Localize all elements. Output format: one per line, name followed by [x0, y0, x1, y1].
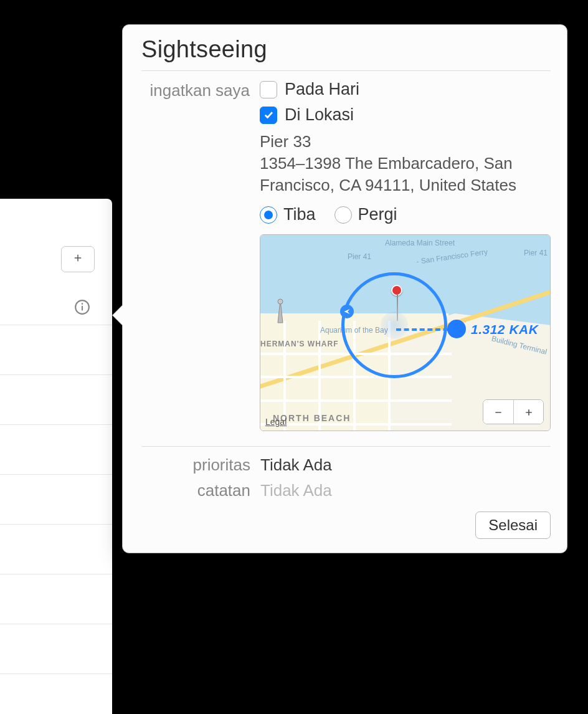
done-button[interactable]: Selesai — [475, 512, 551, 539]
list-item[interactable] — [0, 574, 112, 624]
radius-distance: 1.312 KAK — [471, 322, 538, 337]
list-item[interactable] — [0, 674, 112, 714]
divider — [141, 446, 551, 447]
remind-me-label: ingatkan saya — [141, 80, 250, 100]
divider — [141, 70, 551, 71]
reminder-title[interactable]: Sightseeing — [141, 36, 551, 63]
list-item[interactable] — [0, 474, 112, 524]
arrive-radio[interactable] — [260, 206, 277, 224]
plus-icon — [524, 402, 534, 422]
on-day-checkbox[interactable] — [260, 81, 277, 98]
notes-field[interactable]: Tidak Ada — [260, 481, 332, 500]
leave-label: Pergi — [358, 205, 397, 224]
zoom-out-button[interactable] — [483, 400, 513, 424]
info-button[interactable] — [72, 298, 92, 318]
at-location-label: Di Lokasi — [285, 105, 354, 125]
arrive-label: Tiba — [283, 205, 316, 224]
priority-value[interactable]: Tidak Ada — [260, 455, 332, 475]
check-icon — [263, 105, 274, 125]
location-line: 1354–1398 The Embarcadero, San Francisco… — [260, 154, 516, 194]
list-item[interactable] — [0, 374, 112, 424]
on-day-label: Pada Hari — [285, 80, 359, 99]
location-address[interactable]: Pier 33 1354–1398 The Embarcadero, San F… — [260, 131, 551, 196]
plus-icon — [72, 252, 83, 266]
map-label: Alameda Main Street — [385, 239, 455, 247]
tower-icon — [273, 297, 288, 328]
location-name: Pier 33 — [260, 132, 311, 151]
add-button[interactable] — [61, 246, 95, 272]
sidebar-fragment — [0, 199, 112, 714]
list-item[interactable] — [0, 524, 112, 574]
at-location-checkbox[interactable] — [260, 107, 277, 124]
list-item[interactable] — [0, 624, 112, 674]
info-icon — [74, 299, 90, 318]
map-label: Pier 41 — [348, 252, 371, 261]
notes-label: catatan — [141, 481, 250, 500]
minus-icon — [493, 402, 503, 422]
leave-radio[interactable] — [334, 206, 352, 224]
map-zoom-controls — [483, 399, 544, 424]
map-legal-link[interactable]: Legal — [265, 417, 287, 427]
svg-point-4 — [82, 303, 83, 305]
svg-point-5 — [278, 299, 283, 304]
map-label: Pier 41 — [524, 249, 548, 257]
priority-label: prioritas — [141, 455, 250, 475]
list-item[interactable] — [0, 325, 112, 374]
list-item[interactable] — [0, 424, 112, 474]
map-label: HERMAN'S WHARF — [260, 340, 339, 348]
location-map[interactable]: Alameda Main Street Pier 41 - San Franci… — [260, 234, 551, 431]
list-rows — [0, 280, 112, 714]
zoom-in-button[interactable] — [513, 400, 543, 424]
reminder-detail-popover: Sightseeing ingatkan saya Pada Hari Di L… — [122, 24, 567, 553]
